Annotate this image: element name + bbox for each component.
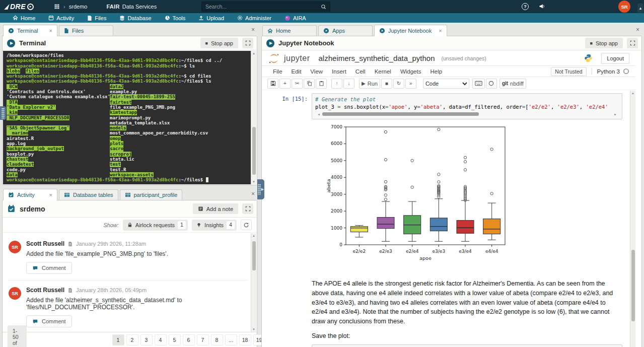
expand-icon[interactable] <box>627 38 638 48</box>
stop-app-button[interactable]: ■Stop app <box>585 38 623 48</box>
help-icon[interactable]: ? <box>522 3 529 10</box>
filter-count-badge: 4 <box>227 221 235 229</box>
page-button-6[interactable]: 6 <box>183 334 195 345</box>
activity-tab-activity[interactable]: Activity× <box>3 189 57 200</box>
paste-cell-button[interactable] <box>316 79 327 89</box>
megaphone-icon[interactable] <box>539 3 545 10</box>
close-icon[interactable]: × <box>45 192 52 198</box>
activity-tab-participant-profile[interactable]: participant_profile <box>120 189 183 200</box>
refresh-icon[interactable] <box>241 220 252 230</box>
close-icon[interactable]: × <box>251 26 255 33</box>
search-input[interactable] <box>205 4 321 10</box>
nav-item-home[interactable]: Home <box>6 13 42 23</box>
grid-icon[interactable] <box>54 4 60 10</box>
nav-item-upload[interactable]: Upload <box>192 13 231 23</box>
left-tab-terminal[interactable]: Terminal× <box>3 25 57 36</box>
pane-splitter-handle[interactable]: ▶ <box>257 179 264 199</box>
markdown-cell[interactable]: Save the plot: <box>279 330 635 342</box>
nav-item-label: Activity <box>56 15 74 21</box>
nav-item-label: Tools <box>173 15 186 21</box>
interrupt-button[interactable]: ■ <box>381 79 392 89</box>
comment-button[interactable]: Comment <box>26 262 72 274</box>
move-down-button[interactable]: ↓ <box>343 79 354 89</box>
nav-item-administer[interactable]: Administer <box>231 13 278 23</box>
expand-icon[interactable] <box>242 203 253 214</box>
breadcrumb-project[interactable]: srdemo <box>69 4 88 10</box>
edge-splitter-handle[interactable] <box>0 106 6 120</box>
menu-view[interactable]: View <box>306 68 327 75</box>
cut-cell-button[interactable]: ✂ <box>292 79 303 89</box>
close-icon[interactable]: × <box>636 26 639 33</box>
user-avatar[interactable]: SR <box>618 1 630 13</box>
logout-button[interactable]: Logout <box>601 53 629 64</box>
page-button-1[interactable]: 1 <box>112 334 124 345</box>
left-tab-files[interactable]: Files <box>59 25 113 36</box>
menu-file[interactable]: File <box>268 68 287 75</box>
page-button-5[interactable]: 5 <box>169 334 181 345</box>
terminal-line: NLP_DOCUMENT_PROCESSORmarimoprompt.py <box>7 115 250 120</box>
notebook-title[interactable]: alzheimers_synthetic_data_python <box>319 54 435 62</box>
markdown-cell[interactable]: The APOE e4 allele is the strongest gene… <box>279 278 635 327</box>
right-tab-home[interactable]: Home <box>262 25 317 36</box>
page-button-7[interactable]: 7 <box>197 334 209 345</box>
expand-icon[interactable] <box>242 38 253 48</box>
menu-edit[interactable]: Edit <box>287 68 306 75</box>
pagination-range: 1-50 of 907 <box>8 325 27 347</box>
kernel-indicator: Python 3 <box>592 68 629 75</box>
copy-cell-button[interactable] <box>304 79 315 89</box>
restart-run-all-button[interactable]: » <box>405 79 416 89</box>
command-palette-button[interactable] <box>486 79 497 89</box>
dre-logo[interactable]: DRE ▸ <box>0 0 41 13</box>
menu-insert[interactable]: Insert <box>327 68 351 75</box>
save-button[interactable] <box>267 79 278 89</box>
menu-widgets[interactable]: Widgets <box>396 68 426 75</box>
cell-hscrollbar[interactable]: ◀▶ <box>316 111 618 117</box>
page-button-18[interactable]: 18 <box>239 334 251 345</box>
menu-cell[interactable]: Cell <box>351 68 370 75</box>
nav-item-activity[interactable]: Activity <box>42 13 81 23</box>
page-button-3[interactable]: 3 <box>140 334 153 345</box>
page-button-2[interactable]: 2 <box>126 334 138 345</box>
chevron-up-icon[interactable]: ▲ <box>637 4 643 13</box>
nbdiff-button[interactable]: gitnbdiff <box>499 79 526 89</box>
feed-author[interactable]: Scott Russell <box>26 287 64 294</box>
feed-author[interactable]: Scott Russell <box>26 240 64 247</box>
keyboard-button[interactable] <box>472 79 485 89</box>
code-editor[interactable]: fig = plot_3.get_figure()plot_path = os.… <box>312 344 622 347</box>
notebook-scrollbar[interactable]: ▲▼ <box>630 91 635 347</box>
add-cell-button[interactable]: + <box>279 79 291 89</box>
close-icon[interactable]: × <box>251 190 255 197</box>
cell-type-select[interactable]: Code <box>423 79 469 89</box>
tab-label: participant_profile <box>134 192 178 198</box>
page-button-8[interactable]: 8 <box>211 334 223 345</box>
filter-insights[interactable]: Insights4 <box>192 220 237 231</box>
nav-item-tools[interactable]: Tools <box>158 13 192 23</box>
search-box[interactable] <box>201 2 330 12</box>
feed-scrollbar[interactable]: ▲▼ <box>251 233 256 332</box>
move-up-button[interactable]: ↑ <box>331 79 342 89</box>
run-button[interactable]: ▶Run <box>359 79 380 89</box>
nav-item-aira[interactable]: AIRA <box>278 13 313 23</box>
page-button-4[interactable]: 4 <box>155 334 167 345</box>
play-icon: ▶ <box>266 39 274 47</box>
filter-airlock-requests[interactable]: Airlock requests1 <box>123 220 188 231</box>
nav-item-files[interactable]: Files <box>81 13 113 23</box>
right-tab-jupyter-notebook[interactable]: Jupyter Notebook× <box>374 25 447 36</box>
terminal-scrollbar[interactable]: ▲▼ <box>251 51 256 184</box>
comment-button[interactable]: Comment <box>26 315 72 327</box>
close-icon[interactable]: × <box>435 28 442 34</box>
restart-button[interactable]: ↻ <box>393 79 404 89</box>
terminal[interactable]: /home/workspace/filesworkspace@container… <box>3 51 251 184</box>
add-note-button[interactable]: Add a note <box>193 203 238 214</box>
menu-kernel[interactable]: Kernel <box>370 68 396 75</box>
page-button-...[interactable]: ... <box>225 334 237 345</box>
activity-tab-database-tables[interactable]: Database tables <box>59 189 118 200</box>
close-icon[interactable]: × <box>45 28 52 34</box>
trust-status-button[interactable]: Not Trusted <box>551 67 586 76</box>
menu-help[interactable]: Help <box>425 68 447 75</box>
code-editor[interactable]: # Generate the plotplot_3 = sns.boxplot(… <box>312 93 622 119</box>
nav-item-database[interactable]: Database <box>113 13 158 23</box>
right-tab-apps[interactable]: Apps <box>318 25 373 36</box>
terminal-line: blobs files <box>7 68 250 74</box>
stop-app-button[interactable]: ■Stop app <box>200 38 238 48</box>
